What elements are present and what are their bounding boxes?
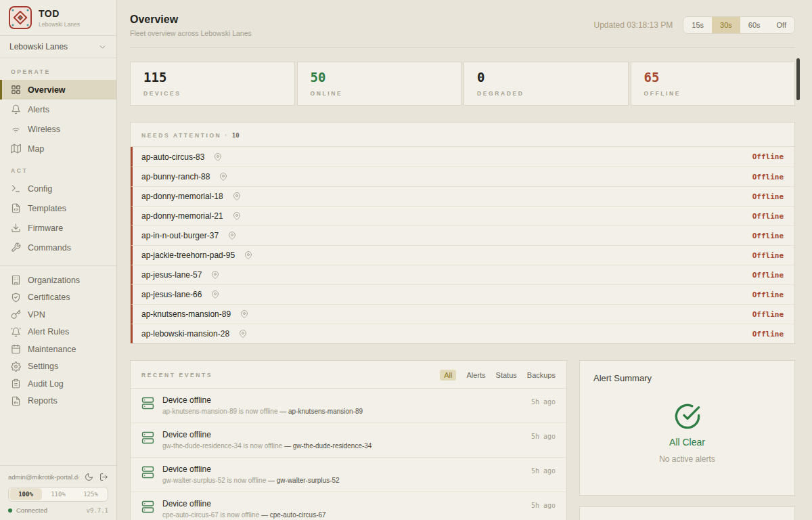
map-pin-icon[interactable] [240,310,248,318]
map-pin-icon[interactable] [244,251,252,259]
attention-row[interactable]: ap-donny-memorial-21 Offline [131,206,794,225]
map-pin-icon[interactable] [219,173,227,181]
sidebar-item-map[interactable]: Map [0,139,116,158]
event-row[interactable]: Device offline ap-knutsens-mansion-89 is… [131,389,566,422]
attention-row[interactable]: ap-jesus-lane-57 Offline [131,265,794,284]
event-row[interactable]: Device offline gw-walter-surplus-52 is n… [131,457,566,492]
event-description: cpe-auto-circus-67 is now offline [162,511,261,519]
sidebar-item-templates[interactable]: Templates [0,198,116,218]
alert-message: No active alerts [659,454,715,464]
sidebar-item-commands[interactable]: Commands [0,238,116,257]
building-icon [11,275,21,285]
map-pin-icon[interactable] [211,271,219,279]
logout-icon[interactable] [99,473,108,481]
map-pin-icon[interactable] [233,192,241,200]
map-pin-icon[interactable] [211,290,219,299]
app-version: v9.7.1 [86,507,108,514]
zoom-option-125[interactable]: 125% [74,488,107,500]
sidebar-item-label: Settings [28,362,58,371]
filter-all[interactable]: All [440,370,456,381]
clipboard-icon [11,378,21,389]
event-timestamp: 5h ago [531,467,556,475]
sidebar-item-organizations[interactable]: Organizations [0,272,116,289]
alert-status-text: All Clear [669,437,705,448]
bell-ring-icon [11,327,21,337]
sidebar-item-certificates[interactable]: Certificates [0,289,116,307]
zoom-option-110[interactable]: 110% [42,488,74,500]
device-name: ap-jesus-lane-66 [141,290,202,299]
sidebar-item-label: Overview [28,85,66,95]
dark-mode-moon-icon[interactable] [85,473,93,481]
calendar-icon [11,344,21,354]
device-name: ap-jesus-lane-57 [141,270,202,280]
refresh-option-15s[interactable]: 15s [683,17,712,33]
attention-row[interactable]: ap-lebowski-mansion-28 Offline [131,324,794,343]
filter-status[interactable]: Status [496,371,517,379]
sidebar-item-maintenance[interactable]: Maintenance [0,341,116,358]
stat-label-offline: OFFLINE [644,90,782,97]
attention-row[interactable]: ap-knutsens-mansion-89 Offline [131,304,794,324]
status-badge: Offline [752,310,784,319]
attention-row[interactable]: ap-jesus-lane-66 Offline [131,284,794,304]
nav-section-label-act: ACT [0,158,116,179]
map-pin-icon[interactable] [214,153,222,161]
sidebar-item-firmware[interactable]: Firmware [0,218,116,238]
device-name: ap-donny-memorial-18 [141,192,223,201]
attention-row[interactable]: ap-auto-circus-83 Offline [131,147,794,167]
sidebar-nav: OPERATE Overview Alerts Wireless Map ACT… [0,58,116,465]
map-pin-icon[interactable] [228,232,236,240]
attention-row[interactable]: ap-bunny-ranch-88 Offline [131,167,794,186]
stat-value-degraded: 0 [477,70,615,85]
map-pin-icon[interactable] [233,212,241,220]
needs-attention-count: 10 [232,132,240,139]
refresh-option-60s[interactable]: 60s [740,17,769,33]
zoom-option-100[interactable]: 100% [9,488,42,500]
event-timestamp: 5h ago [531,398,556,406]
stat-card-online: 50 ONLINE [297,62,462,106]
org-selector[interactable]: Lebowski Lanes [0,36,116,58]
right-column: Alert Summary All Clear No active alerts… [579,360,795,520]
sidebar-item-wireless[interactable]: Wireless [0,119,116,139]
terminal-icon [11,183,21,194]
server-icon [141,431,154,444]
sidebar-item-vpn[interactable]: VPN [0,306,116,324]
sidebar-item-config[interactable]: Config [0,179,116,198]
sidebar-item-overview[interactable]: Overview [0,80,116,100]
attention-row[interactable]: ap-jackie-treehorn-pad-95 Offline [131,245,794,265]
sidebar-item-audit-log[interactable]: Audit Log [0,375,116,393]
sidebar-item-alerts[interactable]: Alerts [0,100,116,119]
report-icon [11,396,21,406]
map-pin-icon[interactable] [239,330,247,338]
sidebar: TOD Lebowski Lanes Lebowski Lanes OPERAT… [0,0,117,520]
app-logo [9,6,32,29]
filter-alerts[interactable]: Alerts [466,371,485,379]
status-badge: Offline [752,330,784,339]
sidebar-item-label: VPN [28,310,45,320]
sidebar-item-label: Templates [28,204,66,213]
key-icon [11,309,21,320]
refresh-interval-control: 15s 30s 60s Off [683,16,795,34]
needs-attention-title: NEEDS ATTENTION · [141,132,229,139]
sidebar-item-reports[interactable]: Reports [0,393,116,410]
event-row[interactable]: Device offline cpe-auto-circus-67 is now… [131,492,566,520]
connection-status-dot [8,508,12,513]
attention-row[interactable]: ap-donny-memorial-18 Offline [131,186,794,206]
server-icon [141,397,154,410]
refresh-option-off[interactable]: Off [769,17,794,33]
filter-backups[interactable]: Backups [527,371,556,379]
sidebar-item-label: Map [28,144,44,154]
status-badge: Offline [752,232,784,240]
map-icon [11,144,21,154]
event-title: Device offline [162,430,523,439]
user-email: admin@mikrotik-portal.dev [8,473,78,481]
attention-row[interactable]: ap-in-n-out-burger-37 Offline [131,225,794,245]
scrollbar-thumb[interactable] [796,58,800,100]
event-filters: All Alerts Status Backups [440,370,556,381]
sidebar-item-label: Certificates [28,292,70,302]
event-device-ref: — gw-the-dude-residence-34 [284,442,372,450]
sidebar-item-alert-rules[interactable]: Alert Rules [0,324,116,341]
refresh-option-30s[interactable]: 30s [712,17,740,33]
stat-card-devices: 115 DEVICES [130,62,295,106]
sidebar-item-settings[interactable]: Settings [0,358,116,376]
event-row[interactable]: Device offline gw-the-dude-residence-34 … [131,422,566,457]
